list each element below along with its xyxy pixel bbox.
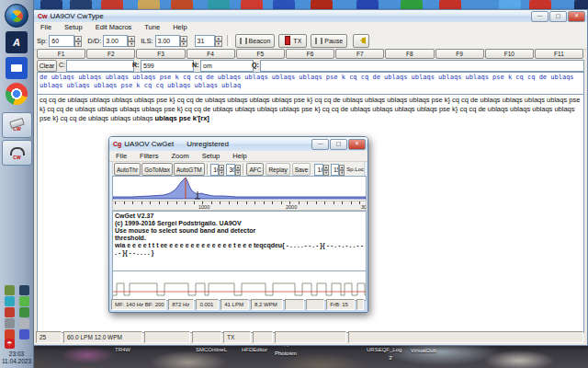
shortcut-icon-15[interactable] [574,0,588,9]
speed-input[interactable]: 60 [49,35,74,47]
cwtype-rx-window[interactable]: de ublaqs ublaqs ublaqs ublaqs pse k cq … [37,72,584,96]
chrome-icon[interactable] [6,83,28,105]
tx-button[interactable]: TX [278,34,307,48]
frequency-ruler[interactable]: 10002000300 [112,201,367,211]
desktop-icon-label[interactable]: TR4W [115,347,130,352]
shortcut-icon-2[interactable] [70,0,92,9]
desktop-icon-label[interactable]: 3' [389,355,392,361]
cwtype-menu-setup[interactable]: Setup [58,23,89,31]
autogtm-button[interactable]: AutoGTM [174,163,205,176]
macro-key-f9[interactable]: F9 [435,49,484,59]
tray-icon-7[interactable] [5,318,15,328]
speed-spinner[interactable]: ▲▼ [74,36,82,46]
afc-button[interactable]: AFC [246,163,264,176]
cwget-menu-setup[interactable]: Setup [196,152,227,160]
cwtype-menu-edit-macros[interactable]: Edit Macros [89,23,139,31]
desktop-icon-label[interactable]: URSEQF_Log [367,347,401,352]
call-input[interactable] [66,60,134,72]
shortcut-icon-10[interactable] [356,0,379,9]
close-button[interactable]: ✕ [348,139,366,150]
rst-input[interactable]: 599 [141,60,194,72]
macro-key-f4[interactable]: F4 [187,49,235,59]
beacon-button[interactable]: Beacon [235,34,276,48]
name-input[interactable]: om [200,60,254,72]
autothr-button[interactable]: AutoThr [114,163,141,176]
sound-button[interactable] [353,34,369,48]
taskbar-cwget-button[interactable]: CW [2,140,32,166]
desktop-icon-label[interactable]: SMCOnlineL [196,347,227,352]
tray-icon-3[interactable] [5,296,15,306]
threshold-spinner[interactable]: ▲▼ [219,165,224,175]
macro-key-f7[interactable]: F7 [335,49,384,59]
cwtype-titlebar[interactable]: Cw UA9OV CwType — ▢ ✕ [34,10,587,23]
maximize-button[interactable]: ▢ [549,11,567,22]
macro-key-f8[interactable]: F8 [385,49,434,59]
ils-input[interactable]: 3.00 [155,35,180,47]
macro-key-f10[interactable]: F10 [485,49,534,59]
cwtype-menu-help[interactable]: Help [166,23,193,31]
cwget-titlebar[interactable]: Cg UA9OV CwGet Unregistered — ▢ ✕ [109,137,368,152]
save-floppy-icon[interactable] [6,57,28,79]
close-button[interactable]: ✕ [568,11,585,22]
save-button[interactable]: Save [292,163,311,176]
tray-icon-2[interactable] [19,285,29,295]
max-speed-input[interactable]: 150 [331,164,339,176]
replay-button[interactable]: Replay [266,163,289,176]
dashdot-spinner[interactable]: ▲▼ [128,36,135,46]
shortcut-icon-7[interactable] [241,0,263,9]
shortcut-icon-9[interactable] [311,0,333,9]
start-button[interactable] [5,4,28,28]
cwtype-menu-file[interactable]: File [34,23,58,31]
dashdot-input[interactable]: 3.00 [103,35,128,47]
clear-button[interactable]: Clear [37,60,57,72]
shortcut-icon-1[interactable] [40,0,62,9]
min-speed-spinner[interactable]: ▲▼ [323,165,329,175]
band-spinner[interactable]: ▲▼ [235,165,241,175]
shortcut-icon-4[interactable] [138,0,160,9]
macro-key-f2[interactable]: F2 [86,49,135,59]
tray-icon-5[interactable] [5,307,15,317]
macro-key-f11[interactable]: F11 [535,49,583,59]
shortcut-icon-11[interactable] [401,0,423,9]
gotomax-button[interactable]: GoToMax [141,163,173,176]
qth-input[interactable] [260,60,584,72]
desktop-icon-label[interactable]: Photosm [275,351,297,356]
cwget-menu-help[interactable]: Help [226,152,253,160]
shortcut-icon-3[interactable] [101,0,123,9]
cwget-menu-filters[interactable]: Filters [133,152,164,160]
cwget-menu-zoom[interactable]: Zoom [165,152,196,160]
desktop-icon-label[interactable]: HFDEditor [242,347,267,352]
ws-input[interactable]: 31 [195,35,215,47]
shortcut-icon-14[interactable] [529,0,551,9]
pause-button[interactable]: Pause [311,34,347,48]
maximize-button[interactable]: ▢ [330,139,347,150]
avira-umbrella-icon[interactable]: ☂ [5,339,15,349]
cwtype-menu-tune[interactable]: Tune [138,23,166,31]
tray-icon-4[interactable] [19,296,29,306]
shortcut-icon-8[interactable] [273,0,295,9]
minimize-button[interactable]: — [531,11,548,22]
shortcut-icon-12[interactable] [439,0,461,9]
shortcut-icon-5[interactable] [171,0,193,9]
tray-icon-10[interactable] [19,329,29,339]
taskbar-clock[interactable]: 23:03 11.04.2023 [0,351,33,365]
taskbar-app-a-icon[interactable]: A [6,31,28,53]
macro-key-f5[interactable]: F5 [236,49,285,59]
band-input[interactable]: 300 [226,164,235,176]
ws-spinner[interactable]: ▲▼ [215,36,222,46]
min-speed-input[interactable]: 100 [314,164,322,176]
tray-icon-8[interactable] [19,318,29,328]
macro-key-f1[interactable]: F1 [37,49,85,59]
tray-icon-6[interactable] [19,307,29,317]
decoded-text-window[interactable]: CwGet V2.37(c) 1999-2016 Sergei Podstrig… [112,211,367,271]
ils-spinner[interactable]: ▲▼ [180,36,187,46]
max-speed-spinner[interactable]: ▲▼ [339,165,345,175]
signal-oscillogram[interactable] [112,270,367,301]
spectrum-display[interactable] [112,176,367,201]
shortcut-icon-6[interactable] [208,0,230,9]
tray-icon-1[interactable] [5,285,15,295]
macro-key-f3[interactable]: F3 [136,49,185,59]
macro-key-f6[interactable]: F6 [286,49,334,59]
minimize-button[interactable]: — [311,139,329,150]
desktop-icon-label[interactable]: VirtualDub [411,348,436,353]
